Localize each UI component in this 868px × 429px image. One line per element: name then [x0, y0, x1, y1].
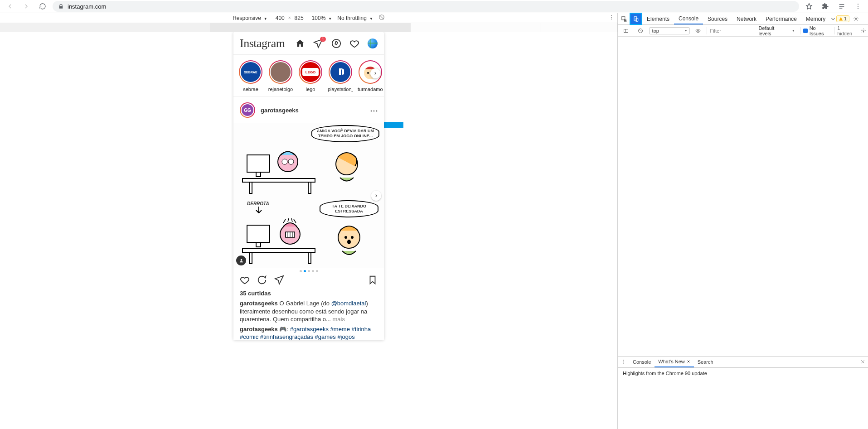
share-icon[interactable] [274, 275, 284, 286]
svg-point-32 [344, 236, 347, 239]
stories-tray[interactable]: SEBRAEsebraerejanetoigoLEGOlegoplaystati… [233, 55, 384, 97]
warnings-badge[interactable]: 1 [836, 15, 849, 22]
console-hidden-count[interactable]: 1 hidden [837, 25, 858, 36]
forward-button[interactable] [20, 1, 33, 12]
device-canvas: Instagram 1 SEBRAEsebraerejanetoigoLEGOl… [0, 32, 617, 429]
post-image[interactable]: AMIGA VOCÊ DEVIA DAR UM TEMPO EM JOGO ON… [233, 123, 384, 268]
profile-avatar[interactable] [368, 39, 378, 48]
stories-next-icon[interactable] [370, 68, 380, 78]
rotate-icon[interactable] [378, 14, 385, 22]
hashtag-link[interactable]: #games [315, 333, 336, 340]
address-bar[interactable]: instagram.com [53, 1, 799, 12]
hashtag-link[interactable]: #jogos [337, 333, 354, 340]
device-mode-select[interactable]: Responsive [233, 15, 267, 21]
menu-icon[interactable] [852, 1, 864, 12]
instagram-header: Instagram 1 [233, 32, 384, 55]
like-icon[interactable] [240, 275, 250, 286]
post-avatar: GG [241, 103, 254, 117]
console-body[interactable] [618, 37, 868, 356]
svg-rect-37 [634, 16, 637, 20]
hashtag-link[interactable]: #tirinha [352, 326, 371, 333]
drawer-menu-icon[interactable] [618, 359, 629, 365]
drawer-close-icon[interactable] [860, 359, 865, 365]
hashtag-link[interactable]: #garotasgeeks [290, 326, 329, 333]
svg-rect-43 [624, 29, 628, 32]
devtools-tab-network[interactable]: Network [732, 13, 761, 24]
post-user-link[interactable]: GG garotasgeeks [240, 102, 299, 118]
story-item[interactable]: playstation_... [328, 60, 353, 92]
svg-point-0 [858, 4, 858, 5]
star-icon[interactable] [803, 1, 815, 12]
devtools-tab-memory[interactable]: Memory [801, 13, 830, 24]
devtools-menu-icon[interactable] [863, 16, 868, 22]
device-ruler[interactable] [0, 23, 617, 32]
caption2-username[interactable]: garotasgeeks [240, 326, 278, 333]
live-expression-icon[interactable] [693, 28, 704, 34]
svg-rect-27 [249, 252, 252, 264]
post-likes[interactable]: 35 curtidas [233, 290, 384, 299]
console-sidebar-toggle-icon[interactable] [620, 28, 632, 34]
reload-button[interactable] [36, 1, 49, 12]
caption2-emoji: 🎮: [278, 326, 290, 333]
caption-username[interactable]: garotasgeeks [240, 300, 278, 307]
clear-console-icon[interactable] [635, 28, 646, 34]
hashtag-link[interactable]: #tirinhasengraçadas [260, 333, 313, 340]
console-settings-icon[interactable] [861, 28, 866, 34]
svg-point-4 [611, 15, 612, 16]
story-item[interactable]: LEGOlego [298, 60, 323, 92]
reading-list-icon[interactable] [835, 1, 848, 12]
caption-mention[interactable]: @bomdiaetal [331, 300, 366, 307]
more-tabs-icon[interactable] [830, 16, 836, 22]
svg-rect-19 [308, 182, 311, 193]
svg-point-35 [240, 259, 242, 260]
story-item[interactable]: rejanetoigo [268, 60, 293, 92]
drawer-tab-search[interactable]: Search [694, 357, 717, 367]
story-item[interactable]: SEBRAEsebrae [238, 60, 263, 92]
home-icon[interactable] [295, 39, 305, 48]
svg-point-8 [332, 39, 340, 47]
devtools-settings-icon[interactable] [850, 16, 862, 22]
device-height-input[interactable] [292, 15, 306, 21]
instagram-logo[interactable]: Instagram [240, 37, 285, 50]
console-levels-select[interactable]: Default levels [756, 24, 797, 37]
console-issues-badge[interactable]: No Issues [803, 25, 831, 36]
caption-more[interactable]: mais [333, 316, 345, 323]
device-toolbar-more-icon[interactable] [608, 14, 615, 22]
inspect-element-icon[interactable] [618, 13, 630, 24]
hashtag-link[interactable]: #comic [240, 333, 258, 340]
explore-icon[interactable] [331, 39, 341, 48]
zoom-select[interactable]: 100% [312, 15, 332, 21]
post-caption: garotasgeeks O Gabriel Lage (do @bomdiae… [233, 299, 384, 325]
drawer-tab-whatsnew[interactable]: What's New [655, 357, 693, 367]
device-width-input[interactable] [273, 15, 287, 21]
console-toolbar: top Default levels No Issues 1 hidden [618, 25, 868, 37]
browser-toolbar: instagram.com [0, 0, 868, 13]
drawer-tab-console[interactable]: Console [629, 357, 655, 367]
devtools-tab-elements[interactable]: Elements [642, 13, 674, 24]
tagged-people-icon[interactable] [236, 255, 246, 265]
throttle-select[interactable]: No throttling [337, 15, 373, 21]
comic-bubble-2: TÁ TE DEIXANDO ESTRESSADA [320, 200, 378, 217]
hashtag-link[interactable]: #meme [330, 326, 350, 333]
console-filter-input[interactable] [710, 28, 751, 34]
back-button[interactable] [4, 1, 16, 12]
device-toggle-icon[interactable] [630, 13, 642, 24]
svg-point-5 [611, 17, 612, 18]
drawer-tab-close-icon[interactable] [687, 359, 690, 364]
svg-point-39 [855, 18, 857, 19]
extensions-icon[interactable] [819, 1, 832, 12]
svg-rect-17 [242, 178, 315, 182]
lock-icon [58, 4, 64, 10]
svg-rect-25 [256, 242, 261, 247]
carousel-next-icon[interactable] [371, 191, 381, 201]
devtools-tab-sources[interactable]: Sources [703, 13, 732, 24]
comment-icon[interactable] [257, 275, 267, 286]
save-icon[interactable] [368, 275, 378, 286]
post-more-icon[interactable] [370, 107, 378, 113]
activity-icon[interactable] [349, 39, 359, 48]
messages-icon[interactable]: 1 [313, 39, 323, 48]
devtools-tab-performance[interactable]: Performance [761, 13, 801, 24]
drawer-content-header: Highlights from the Chrome 90 update [618, 368, 868, 379]
console-context-select[interactable]: top [649, 27, 690, 34]
devtools-tab-console[interactable]: Console [674, 13, 703, 24]
